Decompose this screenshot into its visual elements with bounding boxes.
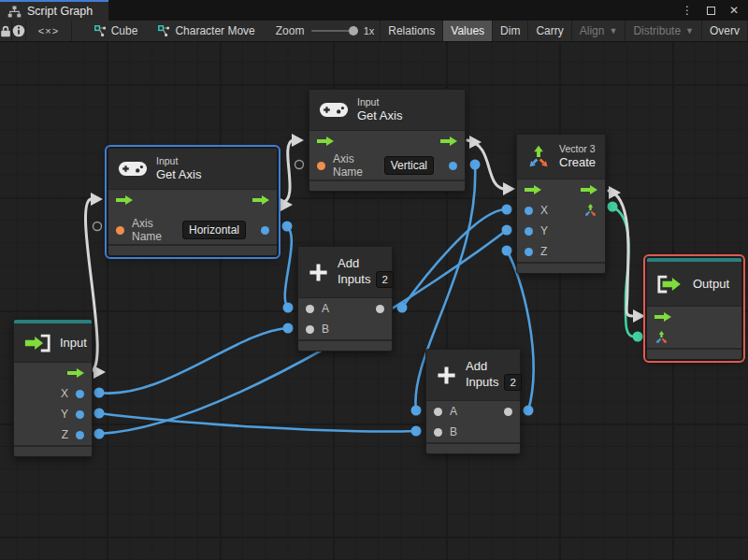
- wire-endpoint: [502, 205, 512, 215]
- inputs-label: Inputs: [466, 375, 498, 390]
- node-get-axis-horizontal[interactable]: Input Get Axis Axis Name Horizontal: [108, 148, 278, 256]
- wire-endpoint: [94, 429, 105, 439]
- axis-name-label: Axis Name: [132, 217, 175, 243]
- node-add-1[interactable]: Add Inputs 2 A B: [297, 246, 393, 352]
- node-title: Add: [466, 359, 522, 374]
- graph-canvas[interactable]: Input X Y Z: [0, 42, 748, 560]
- maximize-icon[interactable]: [707, 7, 715, 15]
- wire-endpoint: [283, 323, 294, 334]
- zoom-label: Zoom: [276, 24, 305, 37]
- sum-port[interactable]: [504, 408, 512, 416]
- relations-button[interactable]: Relations: [380, 21, 443, 41]
- port-row-y: Y: [517, 221, 605, 241]
- flow-out-port[interactable]: [252, 195, 269, 205]
- output-event-icon: [656, 273, 684, 295]
- node-footer: [14, 445, 92, 456]
- wire-endpoint: [502, 246, 512, 256]
- node-vector3-create[interactable]: Vector 3 Create X: [516, 134, 606, 274]
- tab-script-graph[interactable]: Script Graph: [0, 0, 108, 21]
- close-icon[interactable]: ✕: [729, 5, 739, 16]
- align-label: Align: [580, 24, 605, 37]
- result-port[interactable]: [449, 162, 457, 170]
- axis-name-row: Axis Name Horizontal: [108, 216, 277, 244]
- axis-name-field[interactable]: Horizontal: [182, 221, 246, 239]
- node-output-event[interactable]: Output: [646, 257, 742, 360]
- vector3-icon: [526, 144, 551, 170]
- flow-out-port[interactable]: [581, 185, 597, 194]
- vector-in-row: [647, 327, 741, 348]
- plus-icon: [436, 365, 457, 386]
- node-add-2[interactable]: Add Inputs 2 A B: [425, 349, 521, 454]
- inputs-count-field[interactable]: 2: [504, 374, 521, 391]
- axis-name-port[interactable]: [116, 226, 124, 235]
- node-input-event[interactable]: Input X Y Z: [13, 319, 93, 457]
- overview-button[interactable]: Overv: [702, 21, 748, 41]
- node-footer: [108, 244, 277, 255]
- node-title: Create: [559, 155, 596, 170]
- carry-button[interactable]: Carry: [528, 21, 571, 41]
- kebab-menu-icon[interactable]: ⋮: [682, 5, 693, 16]
- value-port-z[interactable]: [76, 431, 84, 439]
- unconnected-port-indicator: [94, 223, 102, 231]
- vector3-input-port[interactable]: [654, 330, 669, 345]
- flow-out-port[interactable]: [67, 368, 84, 378]
- zoom-value: 1x: [364, 25, 375, 36]
- node-footer: [309, 179, 465, 191]
- flow-arrow-endpoint: [91, 193, 103, 206]
- result-port[interactable]: [261, 226, 269, 235]
- flow-in-port[interactable]: [654, 312, 671, 322]
- info-button[interactable]: [12, 21, 26, 41]
- axis-name-port[interactable]: [317, 162, 325, 170]
- lock-button[interactable]: [0, 21, 12, 41]
- flow-in-port[interactable]: [525, 185, 541, 194]
- inputs-count-field[interactable]: 2: [376, 271, 393, 288]
- values-button[interactable]: Values: [443, 21, 493, 41]
- flow-out-port[interactable]: [440, 136, 457, 146]
- input-port-x[interactable]: [525, 207, 533, 215]
- value-port-y[interactable]: [76, 410, 84, 419]
- inputs-label: Inputs: [338, 272, 370, 287]
- port-label: Y: [61, 408, 68, 421]
- chevron-down-icon: ▼: [609, 26, 617, 36]
- info-icon: [12, 24, 25, 37]
- node-title: Get Axis: [156, 167, 201, 182]
- input-port-b[interactable]: [434, 428, 442, 437]
- flow-in-port[interactable]: [317, 136, 334, 146]
- vector3-result-port[interactable]: [583, 203, 597, 218]
- zoom-slider[interactable]: [311, 30, 353, 32]
- distribute-dropdown[interactable]: Distribute▼: [626, 21, 702, 41]
- script-graph-icon: [158, 25, 170, 37]
- wire-horizontal-result-to-add1-a[interactable]: [285, 226, 292, 308]
- wire-input-y-to-add2-b[interactable]: [99, 413, 416, 432]
- input-port-y[interactable]: [525, 227, 533, 236]
- input-port-b[interactable]: [306, 325, 314, 334]
- graph-breadcrumb-cube[interactable]: Cube: [94, 21, 138, 41]
- port-row-z: Z: [517, 241, 605, 262]
- gamepad-icon: [118, 159, 148, 179]
- axis-name-row: Axis Name Vertical: [309, 151, 465, 179]
- input-port-a[interactable]: [306, 305, 314, 313]
- node-category: Vector 3: [559, 143, 596, 155]
- port-row-z: Z: [14, 424, 92, 445]
- node-footer: [298, 339, 392, 351]
- code-view-button[interactable]: <×>: [26, 21, 71, 41]
- dim-button[interactable]: Dim: [493, 21, 528, 41]
- input-port-z[interactable]: [525, 248, 533, 256]
- node-get-axis-vertical[interactable]: Input Get Axis Axis Name Vertical: [309, 89, 466, 192]
- input-port-a[interactable]: [434, 408, 442, 416]
- graph-breadcrumb-character-move[interactable]: Character Move: [158, 21, 254, 41]
- zoom-slider-handle[interactable]: [349, 26, 358, 36]
- wire-flow-horizontal-to-vertical[interactable]: [281, 140, 293, 203]
- node-title: Input: [60, 336, 87, 350]
- sum-port[interactable]: [376, 305, 384, 313]
- flow-in-port[interactable]: [116, 195, 133, 205]
- align-dropdown[interactable]: Align▼: [572, 21, 626, 41]
- wire-endpoint: [411, 406, 422, 416]
- flow-in-row: [647, 307, 741, 327]
- flow-row: [517, 179, 605, 200]
- port-row-y: Y: [14, 404, 92, 424]
- node-header: Input: [14, 323, 92, 363]
- value-port-x[interactable]: [76, 390, 84, 398]
- axis-name-field[interactable]: Vertical: [384, 156, 434, 175]
- graph-hierarchy-icon: [7, 6, 22, 18]
